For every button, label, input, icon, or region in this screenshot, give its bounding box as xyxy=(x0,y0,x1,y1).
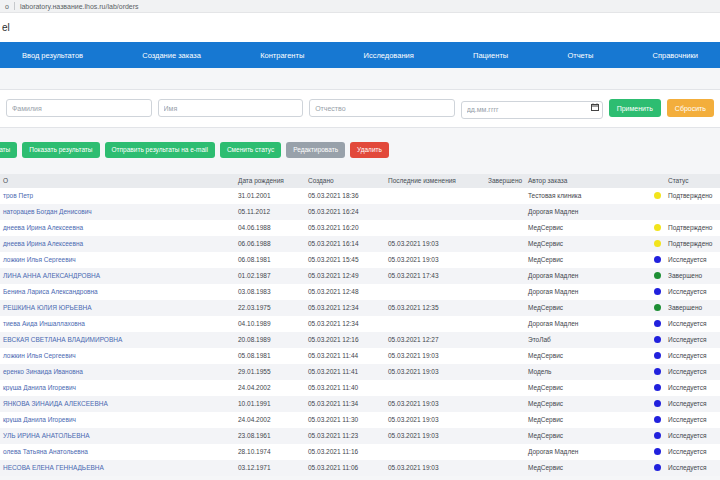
status-cell: Исследуется xyxy=(668,320,720,327)
actions-toolbar: Печатать результаты Показать результаты … xyxy=(0,142,720,158)
calendar-icon[interactable] xyxy=(591,103,599,111)
birthdate-cell: 05.08.1981 xyxy=(238,352,308,359)
reset-filter-button[interactable]: Сбросить xyxy=(667,99,714,117)
patient-name-link[interactable]: ЕВСКАЯ СВЕТЛАНА ВЛАДИМИРОВНА xyxy=(3,336,122,343)
patient-name-link[interactable]: еренко Зинаида Ивановна xyxy=(3,368,83,375)
show-results-button[interactable]: Показать результаты xyxy=(22,142,99,158)
created-cell: 05.03.2021 11:44 xyxy=(308,352,388,359)
nav-item-directories[interactable]: Справочники xyxy=(653,51,698,60)
table-row[interactable]: наторацев Богдан Денисович 05.11.2012 05… xyxy=(0,204,720,220)
logo-text-fragment: el xyxy=(2,22,10,33)
table-row[interactable]: олева Татьяна Анатольевна 28.10.1974 05.… xyxy=(0,444,720,460)
nav-item-counterparties[interactable]: Контрагенты xyxy=(260,51,304,60)
author-cell: МедСервис xyxy=(528,400,646,407)
nav-item-create-order[interactable]: Создание заказа xyxy=(142,51,201,60)
table-row[interactable]: днеева Ирина Алексеевна 04.06.1988 05.03… xyxy=(0,220,720,236)
nav-item-results-entry[interactable]: Ввод результатов xyxy=(22,51,83,60)
birthdate-input[interactable] xyxy=(461,101,603,119)
patronymic-input[interactable] xyxy=(309,99,455,117)
surname-input[interactable] xyxy=(6,99,152,117)
table-row[interactable]: днеева Ирина Алексеевна 06.06.1988 05.03… xyxy=(0,236,720,252)
edit-button[interactable]: Редактировать xyxy=(286,142,345,158)
table-row[interactable]: ЛИНА АННА АЛЕКСАНДРОВНА 01.02.1987 05.03… xyxy=(0,268,720,284)
table-row[interactable]: Бенина Лариса Александровна 03.08.1983 0… xyxy=(0,284,720,300)
table-row[interactable]: круша Данила Игоревич 24.04.2002 05.03.2… xyxy=(0,380,720,396)
orders-table-body: тров Петр 31.01.2001 05.03.2021 18:36 Те… xyxy=(0,188,720,476)
table-row[interactable]: круша Данила Игоревич 24.04.2002 05.03.2… xyxy=(0,412,720,428)
orders-page: о laboratory.название.lhos.ru/lab/orders… xyxy=(0,0,720,480)
patient-name-link[interactable]: днеева Ирина Алексеевна xyxy=(3,224,83,231)
patient-name-link[interactable]: РЕШКИНА ЮЛИЯ ЮРЬЕВНА xyxy=(3,304,92,311)
patient-name-link[interactable]: НЕСОВА ЕЛЕНА ГЕННАДЬЕВНА xyxy=(3,464,104,471)
birthdate-cell: 03.12.1971 xyxy=(238,464,308,471)
table-row[interactable]: тиева Аида Иншаллаховна 04.10.1989 05.03… xyxy=(0,316,720,332)
table-row[interactable]: ложкин Илья Сергеевич 05.08.1981 05.03.2… xyxy=(0,348,720,364)
status-cell: Подтверждено xyxy=(668,192,720,199)
modified-cell: 05.03.2021 19:03 xyxy=(388,432,488,439)
nav-item-patients[interactable]: Пациенты xyxy=(473,51,508,60)
birthdate-cell: 06.06.1988 xyxy=(238,240,308,247)
patient-name-link[interactable]: днеева Ирина Алексеевна xyxy=(3,240,83,247)
status-dot-icon xyxy=(654,304,661,311)
col-modified: Последние изменения xyxy=(388,177,488,184)
table-row[interactable]: РЕШКИНА ЮЛИЯ ЮРЬЕВНА 22.03.1975 05.03.20… xyxy=(0,300,720,316)
status-dot-icon xyxy=(654,272,661,279)
patient-name-link[interactable]: круша Данила Игоревич xyxy=(3,416,76,423)
author-cell: МедСервис xyxy=(528,352,646,359)
table-row[interactable]: тров Петр 31.01.2001 05.03.2021 18:36 Те… xyxy=(0,188,720,204)
birthdate-cell: 28.10.1974 xyxy=(238,448,308,455)
delete-button[interactable]: Удалить xyxy=(350,142,389,158)
col-created: Создано xyxy=(308,177,388,184)
patient-name-link[interactable]: УЛЬ ИРИНА АНАТОЛЬЕВНА xyxy=(3,432,90,439)
patient-name-link[interactable]: ложкин Илья Сергеевич xyxy=(3,352,76,359)
patient-name-link[interactable]: наторацев Богдан Денисович xyxy=(3,208,92,215)
birthdate-cell: 23.08.1961 xyxy=(238,432,308,439)
author-cell: МедСервис xyxy=(528,416,646,423)
patient-name-link[interactable]: ложкин Илья Сергеевич xyxy=(3,256,76,263)
author-cell: МедСервис xyxy=(528,432,646,439)
author-cell: Дорогая Мадлен xyxy=(528,448,646,455)
main-navbar: Ввод результатов Создание заказа Контраг… xyxy=(0,42,720,68)
table-row[interactable]: ЯНКОВА ЗИНАИДА АЛЕКСЕЕВНА 10.01.1991 05.… xyxy=(0,396,720,412)
created-cell: 05.03.2021 12:49 xyxy=(308,272,388,279)
author-cell: ЭтоЛаб xyxy=(528,336,646,343)
status-cell: Исследуется xyxy=(668,384,720,391)
patient-name-link[interactable]: тров Петр xyxy=(3,192,33,199)
address-url[interactable]: laboratory.название.lhos.ru/lab/orders xyxy=(20,3,139,10)
modified-cell: 05.03.2021 19:03 xyxy=(388,256,488,263)
table-row[interactable]: УЛЬ ИРИНА АНАТОЛЬЕВНА 23.08.1961 05.03.2… xyxy=(0,428,720,444)
send-results-email-button[interactable]: Отправить результаты на e-mail xyxy=(105,142,215,158)
patient-name-link[interactable]: круша Данила Игоревич xyxy=(3,384,76,391)
print-results-button[interactable]: Печатать результаты xyxy=(0,142,17,158)
firstname-input[interactable] xyxy=(158,99,304,117)
author-cell: МедСервис xyxy=(528,384,646,391)
table-row[interactable]: НЕСОВА ЕЛЕНА ГЕННАДЬЕВНА 03.12.1971 05.0… xyxy=(0,460,720,476)
modified-cell: 05.03.2021 19:03 xyxy=(388,464,488,471)
status-cell: Исследуется xyxy=(668,352,720,359)
patient-name-link[interactable]: олева Татьяна Анатольевна xyxy=(3,448,88,455)
created-cell: 05.03.2021 12:34 xyxy=(308,320,388,327)
status-cell: Исследуется xyxy=(668,256,720,263)
patient-name-link[interactable]: Бенина Лариса Александровна xyxy=(3,288,98,295)
nav-item-research[interactable]: Исследования xyxy=(364,51,414,60)
patient-name-link[interactable]: ЛИНА АННА АЛЕКСАНДРОВНА xyxy=(3,272,100,279)
patient-name-link[interactable]: тиева Аида Иншаллаховна xyxy=(3,320,85,327)
status-dot-icon xyxy=(654,320,661,327)
table-row[interactable]: ложкин Илья Сергеевич 06.08.1981 05.03.2… xyxy=(0,252,720,268)
apply-filter-button[interactable]: Применить xyxy=(609,99,661,117)
col-fio: О xyxy=(0,177,238,184)
table-row[interactable]: ЕВСКАЯ СВЕТЛАНА ВЛАДИМИРОВНА 20.08.1989 … xyxy=(0,332,720,348)
created-cell: 05.03.2021 12:34 xyxy=(308,304,388,311)
patient-name-link[interactable]: ЯНКОВА ЗИНАИДА АЛЕКСЕЕВНА xyxy=(3,400,108,407)
table-row[interactable]: еренко Зинаида Ивановна 29.01.1955 05.03… xyxy=(0,364,720,380)
col-birthdate: Дата рождения xyxy=(238,177,308,184)
status-cell: Завершено xyxy=(668,304,720,311)
created-cell: 05.03.2021 11:40 xyxy=(308,384,388,391)
change-status-button[interactable]: Сменить статус xyxy=(220,142,281,158)
nav-item-reports[interactable]: Отчеты xyxy=(567,51,593,60)
status-cell: Завершено xyxy=(668,272,720,279)
author-cell: МедСервис xyxy=(528,240,646,247)
status-dot-icon xyxy=(654,192,661,199)
browser-url-bar[interactable]: о laboratory.название.lhos.ru/lab/orders xyxy=(0,0,720,13)
status-dot-icon xyxy=(654,256,661,263)
